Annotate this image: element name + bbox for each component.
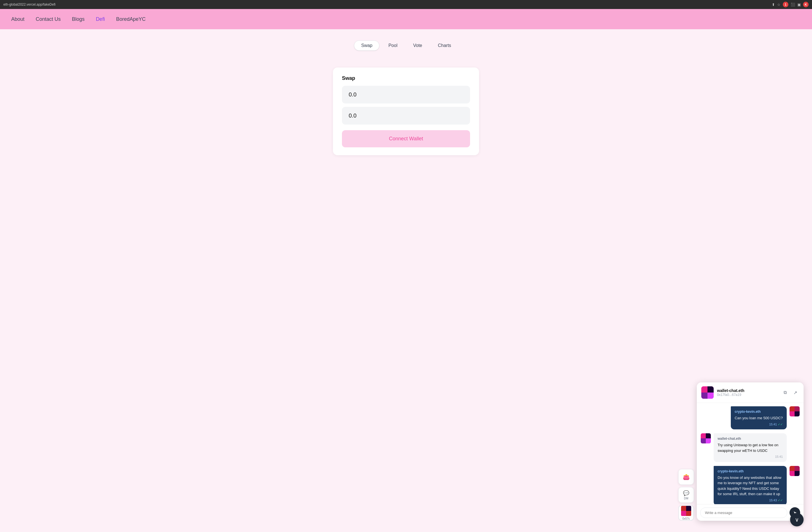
nav-contact[interactable]: Contact Us xyxy=(36,16,61,22)
message-avatar-kevin3 xyxy=(789,466,800,476)
swap-to-value: 0.0 xyxy=(349,112,357,119)
message-row: crypto-kevin.eth Can you loan me 500 USD… xyxy=(701,406,800,429)
puzzle-icon[interactable]: ⬛ xyxy=(791,2,795,7)
sidebar-avatar-grid xyxy=(681,506,691,516)
star-icon[interactable]: ☆ xyxy=(777,2,781,7)
message-text-2: Try using Uniswap to get a low fee on sw… xyxy=(717,442,783,453)
message-text-1: Can you loan me 500 USDC? xyxy=(735,415,783,421)
wallet-icon: 👛 xyxy=(683,474,690,480)
layout-icon[interactable]: ▣ xyxy=(797,2,801,7)
message-bubble-1: crypto-kevin.eth Can you loan me 500 USD… xyxy=(731,406,787,429)
message-time-2: 15:41 xyxy=(717,454,783,459)
connect-wallet-button[interactable]: Connect Wallet xyxy=(342,130,470,147)
chat-collapse-button[interactable]: ∨ xyxy=(790,513,803,527)
nav-defi[interactable]: Defi xyxy=(96,16,105,22)
chat-header-info: wallet-chat.eth 0x17fa0...67a19 xyxy=(717,388,778,397)
message-sender-3: crypto-kevin.eth xyxy=(717,469,783,474)
swap-from-value: 0.0 xyxy=(349,92,357,98)
tab-swap[interactable]: Swap xyxy=(354,41,379,51)
chat-widget: wallet-chat.eth 0x17fa0...67a19 ⧉ ↗ cryp… xyxy=(697,382,803,521)
message-time-1: 15:41✓✓ xyxy=(735,422,783,427)
sidebar-avatar-label: 0x57c xyxy=(682,517,690,520)
browser-icons: ⬆ ☆ 1 ⬛ ▣ K xyxy=(772,2,809,7)
message-text-3: Do you know of any websites that allow m… xyxy=(717,475,783,497)
chat-sidebar-avatar[interactable]: 0x57c xyxy=(678,505,694,521)
chevron-down-icon: ∨ xyxy=(795,516,799,523)
swap-input-from[interactable]: 0.0 xyxy=(342,86,470,103)
sub-tabs: Swap Pool Vote Charts xyxy=(354,41,458,51)
swap-card-title: Swap xyxy=(342,75,470,81)
profile-icon[interactable]: K xyxy=(803,2,809,7)
chat-messages: crypto-kevin.eth Can you loan me 500 USD… xyxy=(697,403,803,504)
extension-badge[interactable]: 1 xyxy=(783,2,788,7)
chat-header-actions: ⧉ ↗ xyxy=(781,389,799,396)
chat-header-address: 0x17fa0...67a19 xyxy=(717,393,778,397)
nav-about[interactable]: About xyxy=(11,16,25,22)
chat-sidebar-dm-btn[interactable]: 💬 DM xyxy=(678,487,694,503)
dm-icon: 💬 xyxy=(683,490,689,496)
browser-url: eth-global2022.vercel.app/fakeDefi xyxy=(3,2,770,6)
message-avatar-wchat xyxy=(701,433,711,444)
message-row: crypto-kevin.eth Do you know of any webs… xyxy=(701,466,800,504)
navbar: About Contact Us Blogs Defi BoredApeYC xyxy=(0,9,812,29)
nav-blogs[interactable]: Blogs xyxy=(72,16,85,22)
chat-sidebar-wallet-icon[interactable]: 👛 xyxy=(678,469,694,485)
chat-header: wallet-chat.eth 0x17fa0...67a19 ⧉ ↗ xyxy=(697,382,803,403)
tab-vote[interactable]: Vote xyxy=(406,41,429,51)
nav-boredape[interactable]: BoredApeYC xyxy=(116,16,146,22)
nav-links: About Contact Us Blogs Defi BoredApeYC xyxy=(11,16,146,22)
chat-message-input[interactable] xyxy=(700,507,787,518)
open-external-button[interactable]: ↗ xyxy=(791,389,799,396)
message-sender-2: wallet-chat.eth xyxy=(717,436,783,441)
message-bubble-3: crypto-kevin.eth Do you know of any webs… xyxy=(714,466,787,504)
message-time-3: 15:43✓✓ xyxy=(717,498,783,503)
share-icon[interactable]: ⬆ xyxy=(772,2,775,7)
browser-bar: eth-global2022.vercel.app/fakeDefi ⬆ ☆ 1… xyxy=(0,0,812,9)
tab-charts[interactable]: Charts xyxy=(431,41,458,51)
chat-input-row: ➤ xyxy=(697,504,803,521)
dm-label: DM xyxy=(684,497,688,500)
copy-address-button[interactable]: ⧉ xyxy=(781,389,789,396)
message-bubble-2: wallet-chat.eth Try using Uniswap to get… xyxy=(714,433,787,462)
message-row: wallet-chat.eth Try using Uniswap to get… xyxy=(701,433,800,462)
swap-input-to[interactable]: 0.0 xyxy=(342,107,470,125)
tab-pool[interactable]: Pool xyxy=(381,41,404,51)
message-sender-1: crypto-kevin.eth xyxy=(735,409,783,414)
swap-card: Swap 0.0 0.0 Connect Wallet xyxy=(333,68,479,155)
chat-sidebar: 👛 💬 DM 0x57c xyxy=(678,469,694,521)
main-content: Swap Pool Vote Charts Swap 0.0 0.0 Conne… xyxy=(0,29,812,532)
chat-header-name: wallet-chat.eth xyxy=(717,388,778,393)
message-avatar-kevin1 xyxy=(789,406,800,417)
chat-header-avatar xyxy=(701,386,714,399)
